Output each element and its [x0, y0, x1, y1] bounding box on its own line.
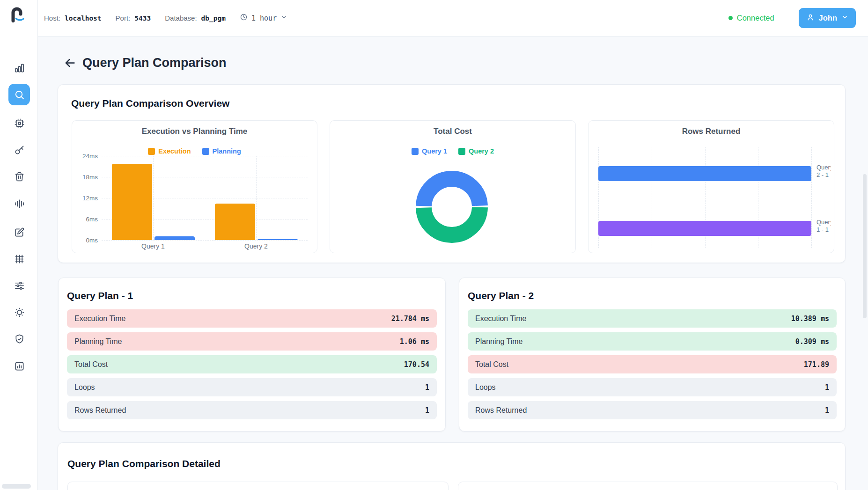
metric-label: Execution Time: [74, 314, 125, 323]
chart-title: Rows Returned: [588, 127, 834, 136]
bar-query-1-1: [598, 221, 811, 236]
chart-title: Total Cost: [330, 127, 575, 136]
metric-row-loops: Loops1: [468, 378, 837, 396]
database-field: Database: db_pgm: [165, 14, 226, 22]
metric-value: 1: [425, 406, 429, 415]
metric-value: 1: [425, 383, 429, 392]
hbar-label: Query 1 - 1: [817, 219, 831, 242]
chevron-down-icon: [841, 14, 848, 22]
sidebar-item-bar-chart[interactable]: [8, 57, 30, 79]
sidebar-item-edit[interactable]: [8, 221, 30, 243]
sidebar-item-search[interactable]: [8, 84, 30, 105]
metric-row-planning-time: Planning Time0.309 ms: [468, 332, 837, 351]
host-field: Host: localhost: [44, 14, 102, 22]
metric-row-rows-returned: Rows Returned1: [67, 401, 437, 419]
app-logo: [7, 4, 29, 26]
user-menu-button[interactable]: John: [799, 8, 856, 28]
theme-icon: [14, 307, 25, 318]
legend-label: Execution: [158, 147, 191, 155]
detail-panel-1: [67, 482, 449, 490]
bar-query-2-1: [598, 166, 811, 181]
legend-item: Execution: [148, 147, 191, 155]
sidebar-item-theme[interactable]: [8, 301, 30, 323]
search-icon: [14, 89, 25, 100]
bar-execution-q2: [215, 204, 255, 240]
user-icon: [806, 13, 815, 23]
metric-value: 10.389 ms: [791, 314, 829, 323]
sidebar-item-grid[interactable]: [8, 248, 30, 270]
port-field: Port: 5433: [116, 14, 151, 22]
metric-rows: Execution Time21.784 msPlanning Time1.06…: [67, 309, 437, 419]
metric-label: Planning Time: [74, 337, 122, 346]
gridline: [102, 240, 308, 241]
query-plan-1-card: Query Plan - 1 Execution Time21.784 msPl…: [58, 278, 446, 431]
detailed-section-title: Query Plan Comparison Detailed: [67, 458, 221, 469]
legend-swatch: [458, 148, 465, 155]
app-window: Host: localhost Port: 5433 Database: db_…: [0, 0, 868, 490]
bar-planning-q2: [257, 239, 298, 241]
database-value: db_pgm: [201, 15, 226, 22]
sidebar-item-shield-check[interactable]: [8, 328, 30, 350]
legend-label: Query 1: [422, 147, 447, 155]
y-tick-label: 6ms: [74, 216, 98, 223]
scrollbar-thumb[interactable]: [863, 174, 867, 318]
user-name: John: [819, 14, 837, 22]
metric-value: 21.784 ms: [391, 314, 429, 323]
host-label: Host:: [44, 14, 60, 22]
metric-label: Loops: [475, 383, 496, 392]
hbar-label: Query 2 - 1: [817, 164, 831, 187]
chevron-down-icon: [280, 14, 287, 22]
plan-title: Query Plan - 2: [468, 290, 837, 301]
shield-check-icon: [14, 334, 25, 344]
detail-panel-2: [458, 482, 838, 490]
sidebar-item-sliders[interactable]: [8, 275, 30, 296]
gridline: [811, 147, 812, 248]
status-text: Connected: [737, 14, 774, 22]
metric-row-planning-time: Planning Time1.06 ms: [67, 332, 437, 351]
total-cost-chart: Total Cost Query 1Query 2: [330, 120, 576, 253]
y-tick-label: 18ms: [74, 174, 98, 181]
metric-label: Execution Time: [475, 314, 526, 323]
metric-row-total-cost: Total Cost170.54: [67, 355, 437, 373]
host-value: localhost: [65, 15, 102, 22]
metric-label: Planning Time: [475, 337, 522, 346]
donut-segment-query-1: [424, 179, 480, 206]
metric-value: 1: [825, 383, 829, 392]
metric-label: Rows Returned: [475, 406, 527, 415]
metric-row-rows-returned: Rows Returned1: [468, 401, 837, 419]
total-cost-donut: [330, 121, 575, 253]
metric-value: 1.06 ms: [400, 337, 429, 346]
sidebar-item-key[interactable]: [8, 139, 30, 161]
legend-label: Planning: [213, 147, 241, 155]
key-icon: [14, 145, 25, 155]
back-button[interactable]: [62, 56, 78, 72]
legend-label: Query 2: [469, 147, 494, 155]
topbar: Host: localhost Port: 5433 Database: db_…: [37, 0, 868, 37]
status-dot: [728, 16, 733, 20]
time-range-control[interactable]: 1 hour: [240, 13, 287, 23]
clock-icon: [240, 13, 248, 23]
gridline: [153, 156, 154, 240]
metric-value: 1: [825, 406, 829, 415]
metric-value: 171.89: [804, 360, 829, 369]
rows-returned-chart: Rows Returned Query 2 - 1Query 1 - 1: [588, 120, 834, 253]
sidebar-item-cpu[interactable]: [8, 112, 30, 134]
sliders-icon: [14, 280, 25, 291]
sidebar-item-chart-panel[interactable]: [8, 355, 30, 377]
category-label: Query 2: [244, 242, 268, 250]
metric-value: 0.309 ms: [795, 337, 829, 346]
port-label: Port:: [116, 14, 131, 22]
cpu-icon: [14, 118, 25, 129]
page-title: Query Plan Comparison: [82, 56, 227, 70]
grid-icon: [14, 254, 25, 264]
sidebar-item-waveform[interactable]: [8, 193, 30, 214]
legend-item: Query 1: [412, 147, 447, 155]
chart-legend: ExecutionPlanning: [72, 147, 317, 155]
sidebar-item-trash[interactable]: [8, 166, 30, 187]
execution-planning-chart: Execution vs Planning Time ExecutionPlan…: [72, 120, 317, 253]
metric-row-execution-time: Execution Time21.784 ms: [67, 309, 437, 328]
category-label: Query 1: [141, 242, 165, 250]
metric-rows: Execution Time10.389 msPlanning Time0.30…: [468, 309, 837, 419]
metric-label: Loops: [74, 383, 95, 392]
query-plan-2-card: Query Plan - 2 Execution Time10.389 msPl…: [459, 278, 846, 431]
